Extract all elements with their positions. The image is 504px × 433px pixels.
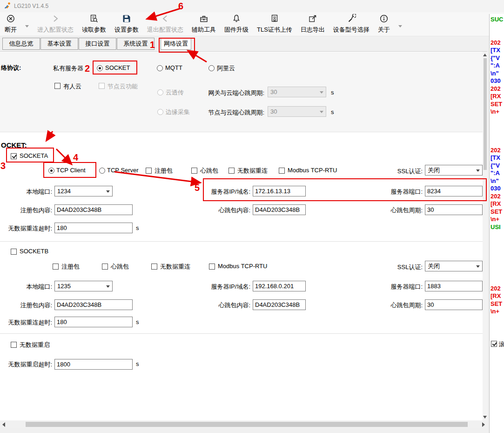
log-line: SUC bbox=[490, 16, 504, 24]
socketb-ssl-dropdown[interactable]: 关闭 bbox=[425, 261, 483, 271]
toolbar-item-firmware-upgrade[interactable]: 固件升级 bbox=[224, 14, 249, 34]
socketa-reg-packet-checkbox[interactable] bbox=[146, 168, 152, 174]
socketa-hb-content-label: 心跳包内容: bbox=[204, 206, 250, 215]
log-line: [RX bbox=[490, 93, 504, 101]
socketb-timeout-label: 无数据重连超时: bbox=[0, 318, 52, 327]
aliyun-radio[interactable] bbox=[208, 65, 215, 71]
socketa-ssl-dropdown[interactable]: 关闭 bbox=[425, 165, 483, 176]
tab-info-overview[interactable]: 信息总览 bbox=[2, 38, 40, 50]
socketa-server-port-input[interactable] bbox=[425, 186, 483, 196]
log-scroll-checkbox[interactable] bbox=[491, 341, 497, 347]
chevron-down-icon bbox=[106, 190, 110, 193]
chevron-down-icon bbox=[320, 111, 323, 113]
seconds-unit: s bbox=[136, 318, 139, 325]
restart-timeout-input[interactable] bbox=[54, 359, 133, 370]
toolbar-item-exit-config: 退出配置状态 bbox=[147, 14, 183, 34]
log-line bbox=[490, 239, 504, 247]
mqtt-radio[interactable] bbox=[157, 65, 163, 71]
socketb-heartbeat-checkbox[interactable] bbox=[102, 264, 108, 270]
private-server-label: 私有服务器 bbox=[53, 64, 83, 73]
socketb-hb-period-input[interactable] bbox=[425, 299, 483, 310]
socketb-server-ip-input[interactable] bbox=[253, 281, 306, 291]
tab-network-settings[interactable]: 网络设置 bbox=[161, 38, 191, 50]
mqtt-radio-label: MQTT bbox=[165, 64, 182, 71]
log-panel: SUC202[TX{"V":A\n"030202[RXSET\n+202[TX{… bbox=[489, 14, 504, 433]
toolbar-item-aux-tools[interactable]: 辅助工具 bbox=[192, 14, 216, 34]
socketa-local-port-value: 1234 bbox=[57, 188, 71, 195]
disconnect-dropdown-chevron-icon[interactable] bbox=[25, 25, 29, 27]
log-line bbox=[490, 262, 504, 270]
log-line: SET bbox=[490, 208, 504, 216]
toolbar-item-log-export[interactable]: 日志导出 bbox=[301, 14, 325, 34]
no-data-restart-checkbox[interactable] bbox=[11, 342, 17, 348]
socketb-server-port-input[interactable] bbox=[425, 281, 483, 291]
no-data-restart-label: 无数据重启 bbox=[20, 341, 50, 349]
log-line: 202 bbox=[490, 193, 504, 201]
socketa-ssl-label: SSL认证: bbox=[384, 167, 423, 176]
vertical-scroll-thumb[interactable] bbox=[484, 58, 487, 170]
toolbar-item-set-params[interactable]: 设置参数 bbox=[114, 14, 139, 34]
socketa-reg-content-input[interactable] bbox=[54, 204, 133, 215]
log-line bbox=[490, 24, 504, 32]
toolbar-item-read-params[interactable]: 读取参数 bbox=[82, 14, 106, 34]
socketa-reconnect-checkbox[interactable] bbox=[228, 168, 235, 174]
disconnect-icon bbox=[6, 14, 15, 25]
log-line: 030 bbox=[490, 185, 504, 193]
scroll-up-arrow-icon[interactable] bbox=[483, 54, 487, 56]
log-line: SET bbox=[490, 101, 504, 108]
socketa-local-port-combo[interactable]: 1234 bbox=[54, 186, 113, 196]
socketb-timeout-input[interactable] bbox=[54, 317, 133, 327]
socketb-ssl-label: SSL认证: bbox=[384, 263, 423, 271]
toolbar-item-label: 读取参数 bbox=[82, 26, 106, 34]
log-lines: SUC202[TX{"V":A\n"030202[RXSET\n+202[TX{… bbox=[490, 14, 504, 316]
socketb-local-port-combo[interactable]: 1235 bbox=[54, 281, 113, 291]
socketa-server-port-label: 服务器端口: bbox=[384, 188, 423, 196]
socketb-local-port-label: 本地端口: bbox=[0, 283, 52, 291]
socketa-modbus-checkbox[interactable] bbox=[279, 168, 285, 174]
toolbar-item-device-model[interactable]: 设备型号选择 bbox=[333, 14, 370, 34]
horizontal-scroll-thumb[interactable] bbox=[26, 422, 468, 427]
toolbar-item-disconnect[interactable]: 断开 bbox=[5, 14, 17, 34]
about-dropdown-chevron-icon[interactable] bbox=[398, 25, 402, 27]
socketa-checkbox[interactable] bbox=[11, 153, 17, 159]
vertical-scrollbar[interactable] bbox=[483, 52, 488, 420]
log-line: {"V bbox=[490, 162, 504, 170]
socket-radio[interactable] bbox=[97, 65, 103, 71]
network-protocol-label: 络协议: bbox=[1, 64, 21, 72]
socketa-hb-content-input[interactable] bbox=[253, 204, 306, 215]
socketb-checkbox[interactable] bbox=[11, 249, 17, 255]
socketb-reconnect-checkbox[interactable] bbox=[151, 264, 157, 270]
tab-interface-settings[interactable]: 接口设置 bbox=[79, 38, 116, 50]
socketb-reg-content-input[interactable] bbox=[54, 299, 133, 310]
socketb-modbus-checkbox[interactable] bbox=[209, 264, 215, 270]
socketa-hb-period-input[interactable] bbox=[425, 204, 483, 215]
log-line: \n+ bbox=[490, 108, 504, 116]
socketb-reg-content-label: 注册包内容: bbox=[0, 301, 52, 310]
log-line: \n+ bbox=[490, 308, 504, 316]
socketa-tcp-client-radio[interactable] bbox=[48, 168, 54, 174]
log-line: [RX bbox=[490, 200, 504, 208]
tab-system-settings[interactable]: 系统设置 bbox=[117, 38, 155, 50]
tab-basic-settings[interactable]: 基本设置 bbox=[40, 38, 78, 50]
socketa-timeout-input[interactable] bbox=[54, 223, 133, 233]
toolbar-item-label: TLS证书上传 bbox=[257, 26, 292, 34]
log-line bbox=[490, 131, 504, 139]
log-line: 202 bbox=[490, 147, 504, 155]
usr-cloud-checkbox[interactable] bbox=[54, 83, 60, 89]
scroll-right-arrow-icon[interactable] bbox=[482, 422, 485, 427]
edge-collect-radio bbox=[157, 109, 163, 115]
toolbar-item-label: 进入配置状态 bbox=[37, 26, 74, 34]
scroll-left-arrow-icon[interactable] bbox=[2, 422, 5, 427]
socketb-hb-content-input[interactable] bbox=[253, 299, 306, 310]
log-line: USI bbox=[490, 223, 504, 231]
socketb-reg-packet-checkbox[interactable] bbox=[53, 264, 59, 270]
toolbar-item-tls-upload[interactable]: TLS证书上传 bbox=[257, 14, 292, 34]
socketa-tcp-server-radio[interactable] bbox=[99, 168, 105, 174]
socketb-modbus-label: Modbus TCP-RTU bbox=[218, 263, 267, 270]
horizontal-scrollbar[interactable] bbox=[0, 420, 487, 428]
socketa-heartbeat-checkbox[interactable] bbox=[191, 168, 197, 174]
socket-radio-label: SOCKET bbox=[105, 64, 130, 71]
scroll-down-arrow-icon[interactable] bbox=[483, 416, 487, 419]
toolbar-item-about[interactable]: 关于 bbox=[378, 14, 390, 34]
socketa-server-ip-input[interactable] bbox=[253, 186, 306, 196]
